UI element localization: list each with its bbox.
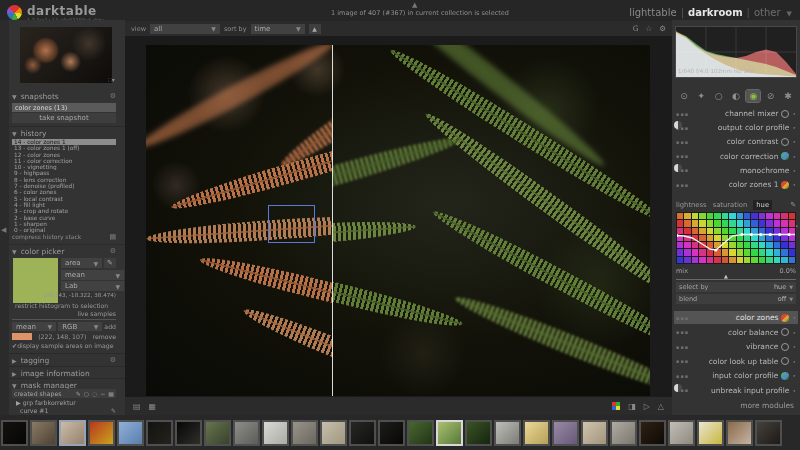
gradient-icon[interactable]: ▦ — [108, 390, 114, 397]
module-presets-icon[interactable]: • — [792, 110, 796, 117]
take-snapshot-button[interactable]: take snapshot — [12, 113, 116, 123]
more-modules-link[interactable]: more modules — [674, 401, 794, 410]
color-zones-editor[interactable] — [676, 212, 796, 264]
left-panel-collapse-arrow[interactable]: ◀ — [1, 226, 6, 234]
mask-curve-row[interactable]: curve #1 ✎ — [20, 407, 116, 414]
color-zones-tab-saturation[interactable]: saturation — [713, 201, 748, 209]
color-picker-area-rectangle[interactable] — [268, 205, 315, 243]
filmstrip-thumbnail[interactable] — [639, 420, 666, 446]
module-quick-icons[interactable]: ▪▪▪ — [676, 139, 689, 145]
chevron-down-icon[interactable]: ▼ — [787, 10, 792, 18]
filmstrip-toggle-icon[interactable]: ▤ — [133, 402, 141, 411]
copy-history-icon[interactable]: ▤ — [109, 233, 116, 241]
filmstrip-thumbnail[interactable] — [88, 420, 115, 446]
edit-mask-icon[interactable]: ✎ — [111, 407, 116, 414]
module-quick-icons[interactable]: ▪▪▪ — [676, 153, 689, 159]
path-icon[interactable]: ~ — [100, 390, 105, 397]
grouping-icon[interactable]: G — [633, 24, 639, 33]
filmstrip-thumbnail[interactable] — [204, 420, 231, 446]
module-quick-icons[interactable]: ▪▪▪ — [676, 111, 689, 117]
tagging-header[interactable]: ▶ tagging ⚙ — [12, 355, 116, 365]
view-darkroom[interactable]: darkroom — [688, 7, 743, 18]
filmstrip-thumbnail[interactable] — [233, 420, 260, 446]
zoom-level-control[interactable]: ∷▾ — [108, 76, 115, 83]
module-quick-icons[interactable]: ▪▪▪ — [676, 344, 689, 350]
eyedropper-icon[interactable]: ✎ — [104, 258, 116, 268]
picker-statistic-select[interactable]: mean ▼ — [61, 270, 124, 280]
favorites-icon[interactable]: ✦ — [694, 90, 708, 102]
filmstrip-thumbnail[interactable] — [30, 420, 57, 446]
brush-icon[interactable]: ✎ — [76, 390, 81, 397]
filmstrip-thumbnail[interactable] — [407, 420, 434, 446]
module-presets-icon[interactable]: • — [792, 167, 796, 174]
module-presets-icon[interactable]: • — [792, 138, 796, 145]
active-modules-icon[interactable]: ⊙ — [677, 90, 691, 102]
module-presets-icon[interactable]: • — [792, 124, 796, 131]
filmstrip-thumbnail[interactable] — [436, 420, 463, 446]
top-panel-collapse-arrow[interactable]: ▲ — [412, 1, 417, 9]
preferences-icon[interactable]: ⚙ — [659, 24, 666, 33]
module-presets-icon[interactable]: • — [792, 181, 796, 188]
effects-group-icon[interactable]: ✱ — [781, 90, 795, 102]
filmstrip-thumbnail[interactable] — [465, 420, 492, 446]
compress-history-row[interactable]: compress history stack ▤ — [12, 233, 116, 241]
basic-group-icon[interactable]: ○ — [712, 90, 726, 102]
filmstrip-thumbnail[interactable] — [262, 420, 289, 446]
module-quick-icons[interactable]: ▪▪▪ — [676, 358, 689, 364]
module-row[interactable]: ▪▪▪color zones• — [674, 311, 798, 324]
module-row[interactable]: ▪▪▪unbreak input profile• — [674, 384, 798, 397]
sample-space-select[interactable]: RGB ▼ — [58, 322, 102, 331]
color-picker-header[interactable]: ▼ color picker ⚙ — [12, 246, 116, 256]
color-zones-tab-lightness[interactable]: lightness — [676, 201, 707, 209]
picker-mode-select[interactable]: area ▼ — [61, 258, 102, 268]
filmstrip-thumbnail[interactable] — [1, 420, 28, 446]
module-presets-icon[interactable]: • — [792, 329, 796, 336]
view-lighttable[interactable]: lighttable — [629, 7, 677, 18]
sort-select[interactable]: time ▼ — [251, 24, 305, 34]
add-sample-button[interactable]: add — [104, 323, 116, 330]
gamut-check-icon[interactable] — [612, 402, 620, 410]
gear-icon[interactable]: ⚙ — [110, 356, 116, 364]
module-row[interactable]: ▪▪▪color correction• — [674, 150, 798, 163]
module-presets-icon[interactable]: • — [792, 314, 796, 321]
filmstrip-thumbnail[interactable] — [494, 420, 521, 446]
mix-slider-track[interactable]: ▲ — [676, 276, 796, 280]
filmstrip-thumbnail[interactable] — [320, 420, 347, 446]
filmstrip-thumbnail[interactable] — [610, 420, 637, 446]
module-row[interactable]: ▪▪▪color look up table• — [674, 355, 798, 368]
overlays-icon[interactable]: ☆ — [646, 24, 653, 33]
tone-group-icon[interactable]: ◐ — [729, 90, 743, 102]
filmstrip-thumbnail[interactable] — [59, 420, 86, 446]
module-presets-icon[interactable]: • — [792, 343, 796, 350]
module-row[interactable]: ▪▪▪channel mixer• — [674, 107, 798, 120]
filmstrip-thumbnail[interactable] — [146, 420, 173, 446]
module-row[interactable]: ▪▪▪input color profile• — [674, 369, 798, 382]
view-other[interactable]: other — [754, 7, 781, 18]
filmstrip-thumbnail[interactable] — [726, 420, 753, 446]
live-sample-row[interactable]: (222, 148, 107) remove — [12, 333, 116, 340]
module-quick-icons[interactable]: ▪▪▪ — [676, 329, 689, 335]
filmstrip-thumbnail[interactable] — [378, 420, 405, 446]
filmstrip-thumbnail[interactable] — [697, 420, 724, 446]
mask-group-row[interactable]: ▶ grp farbkorrektur — [16, 399, 76, 406]
mix-slider-handle[interactable]: ▲ — [724, 273, 728, 279]
module-row[interactable]: ▪▪▪color contrast• — [674, 135, 798, 148]
gear-icon[interactable]: ⚙ — [110, 92, 116, 100]
second-window-icon[interactable]: ▦ — [149, 402, 157, 411]
image-information-header[interactable]: ▶ image information — [12, 368, 116, 378]
module-presets-icon[interactable]: • — [792, 358, 796, 365]
softproof-icon[interactable]: ◨ — [628, 402, 636, 411]
eyedropper-icon[interactable]: ✎ — [790, 201, 796, 209]
navigation-thumbnail[interactable] — [20, 27, 112, 83]
module-quick-icons[interactable]: ▪▪▪ — [676, 373, 689, 379]
mix-slider-row[interactable]: mix 0.0% — [676, 267, 796, 275]
select-by-combobox[interactable]: select by hue ▼ — [676, 282, 796, 292]
snapshots-header[interactable]: ▼ snapshots ⚙ — [12, 91, 116, 101]
module-row[interactable]: ▪▪▪monochrome• — [674, 164, 798, 177]
correction-group-icon[interactable]: ⊘ — [764, 90, 778, 102]
view-filter-select[interactable]: all ▼ — [150, 24, 220, 34]
module-row[interactable]: ▪▪▪color zones 1• — [674, 178, 798, 191]
module-quick-icons[interactable]: ▪▪▪ — [676, 182, 689, 188]
raw-overexposed-icon[interactable]: △ — [658, 402, 664, 411]
ellipse-icon[interactable]: ◌ — [92, 390, 97, 397]
